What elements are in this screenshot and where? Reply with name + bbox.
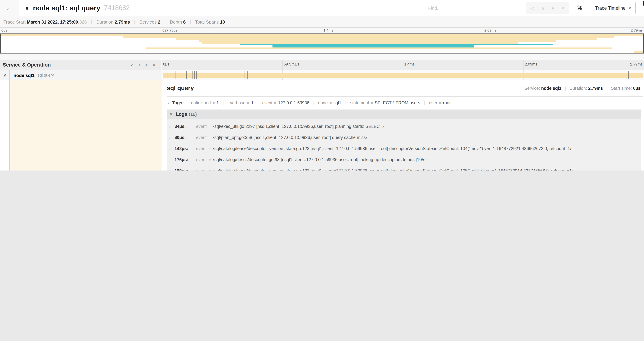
log-timestamp: 34μs:: [174, 124, 196, 129]
overview-item: Duration: 2.79ms: [562, 86, 603, 91]
minimap-tick-label: 1.4ms: [324, 28, 333, 32]
log-equals: =: [208, 136, 211, 140]
view-selector-button[interactable]: Trace Timeline ∨: [590, 2, 636, 14]
find-input[interactable]: [424, 2, 526, 14]
trace-title-group[interactable]: ∨ node sql1: sql query 7418682: [25, 4, 424, 12]
scrollbar-thumb[interactable]: [643, 2, 644, 6]
service-operation-header: Service & Operation ∨ › » » ||: [0, 60, 161, 70]
log-row[interactable]: › 142μs: event = ‹sql/catalog/lease/desc…: [169, 143, 641, 154]
minimap-span-bar: [240, 44, 553, 45]
span-detail-panel: sql query Service: node sql1 Duration: 2…: [162, 80, 644, 171]
log-marker: [265, 71, 265, 79]
minimap-tick-labels: 0μs 697.75μs 1.4ms 2.09ms 2.79ms: [0, 28, 644, 33]
span-detail-header: sql query Service: node sql1 Duration: 2…: [162, 80, 644, 92]
log-field-value: ‹sql/catalog/descs/descriptor.go:98 [nsq…: [213, 157, 427, 162]
ruler-gridline: [403, 60, 403, 70]
log-marker: [628, 71, 629, 79]
collapse-all-icon[interactable]: »: [144, 63, 149, 66]
log-rows: › 34μs: event = ‹sql/exec_util.go:2297 […: [167, 119, 641, 171]
ruler-tick-label: 0μs: [163, 62, 169, 66]
logs-header[interactable]: ∨ Logs (18): [167, 110, 641, 119]
summary-item: Trace Start March 31 2022, 17:25:09.326: [4, 20, 87, 25]
view-selector-label: Trace Timeline: [595, 5, 626, 11]
minimap-span-bar: [176, 38, 597, 40]
summary-item: Services 2: [130, 20, 160, 25]
next-match-icon[interactable]: ∨: [552, 5, 555, 11]
collapse-one-icon[interactable]: ∨: [130, 62, 133, 67]
chevron-right-icon: ›: [168, 100, 169, 105]
tag-item: node=sql1: [309, 100, 342, 105]
log-marker: [247, 71, 248, 79]
timeline-ruler: 0μs 697.75μs 1.4ms 2.09ms 2.79ms: [162, 60, 644, 70]
span-duration-bar[interactable]: [163, 73, 643, 78]
minimap-right-scrubber[interactable]: [643, 34, 644, 53]
minimap-left-scrubber[interactable]: [0, 34, 1, 53]
locate-icon[interactable]: ◎: [530, 5, 534, 11]
log-timestamp: 189μs:: [174, 168, 196, 171]
span-row-name-cell[interactable]: ∨ node sql1 sql query: [0, 70, 161, 80]
ruler-tick-label: 1.4ms: [404, 62, 414, 66]
expand-one-icon[interactable]: ›: [138, 62, 140, 67]
overview-item: Service: node sql1: [524, 86, 562, 91]
page-header: ← ∨ node sql1: sql query 7418682 ◎ ∧ ∨ ×…: [0, 0, 644, 16]
service-operation-title: Service & Operation: [3, 62, 130, 67]
clear-find-icon[interactable]: ×: [562, 5, 564, 11]
span-detail-title: sql query: [167, 85, 194, 92]
chevron-down-icon: ∨: [628, 6, 631, 10]
chevron-right-icon: ›: [169, 157, 174, 162]
tag-item: client=127.0.0.1:59936: [254, 100, 309, 105]
log-field-name: event: [196, 157, 206, 162]
tag-item: statement=SELECT * FROM users: [342, 100, 420, 105]
ruler-gridline: [524, 60, 524, 70]
chevron-down-icon[interactable]: ∨: [4, 73, 7, 78]
minimap-span-bar: [272, 45, 474, 47]
log-marker: [244, 71, 244, 79]
log-row[interactable]: › 176μs: event = ‹sql/catalog/descs/desc…: [169, 154, 641, 165]
prev-match-icon[interactable]: ∧: [541, 5, 544, 11]
log-field-value: ‹sql/exec_util.go:2297 [nsql1,client=127…: [213, 124, 384, 129]
back-button[interactable]: ←: [0, 0, 19, 16]
log-marker: [186, 71, 186, 79]
span-row[interactable]: ∨ node sql1 sql query: [0, 70, 644, 80]
minimap-span-bar: [634, 51, 644, 53]
ruler-tick-label: 2.09ms: [525, 62, 537, 66]
minimap-span-rows: [0, 34, 644, 53]
summary-item: Total Spans 10: [186, 20, 225, 25]
log-row[interactable]: › 189μs: event = ‹sql/catalog/lease/desc…: [169, 165, 641, 171]
span-overview: Service: node sql1 Duration: 2.79ms Star…: [524, 86, 640, 91]
minimap-tick-label: 0μs: [2, 28, 7, 32]
log-equals: =: [208, 158, 211, 162]
chevron-down-icon[interactable]: ∨: [25, 5, 29, 11]
log-field-name: event: [196, 168, 206, 171]
trace-minimap[interactable]: [0, 33, 644, 54]
log-field-name: event: [196, 135, 206, 140]
log-field-name: event: [196, 146, 206, 151]
minimap-span-bar: [202, 42, 518, 44]
collapse-controls: ∨ › » »: [130, 62, 156, 67]
log-timestamp: 80μs:: [174, 135, 196, 140]
log-timestamp: 176μs:: [174, 157, 196, 162]
log-row[interactable]: › 80μs: event = ‹sql/plan_opt.go:358 [ns…: [169, 132, 641, 143]
span-service-name: node sql1: [14, 73, 34, 78]
tag-item: user=root: [420, 100, 450, 105]
log-field-value: ‹sql/catalog/lease/descriptor_version_st…: [213, 168, 573, 171]
expanded-span-background: [10, 80, 161, 171]
summary-item: Depth 6: [160, 20, 186, 25]
tags-row[interactable]: › Tags: _unfinished=1 _verbose=1 client=…: [162, 97, 644, 105]
tags-label: Tags:: [172, 100, 184, 105]
log-marker: [261, 71, 261, 79]
expand-all-icon[interactable]: »: [153, 62, 156, 67]
service-color-stripe: [9, 70, 10, 80]
log-marker: [176, 71, 176, 79]
left-column: [0, 80, 161, 171]
log-equals: =: [208, 169, 211, 171]
span-row-timeline-cell[interactable]: [162, 70, 644, 80]
minimap-span-bar: [0, 34, 644, 36]
keyboard-shortcuts-button[interactable]: ⌘: [574, 2, 586, 14]
log-marker: [194, 71, 195, 79]
find-group: ◎ ∧ ∨ ×: [424, 2, 569, 14]
column-resizer-grip[interactable]: ||: [158, 66, 160, 69]
tag-item: _verbose=1: [219, 100, 254, 105]
log-row[interactable]: › 34μs: event = ‹sql/exec_util.go:2297 […: [169, 121, 641, 132]
service-color-stripe: [9, 80, 10, 171]
